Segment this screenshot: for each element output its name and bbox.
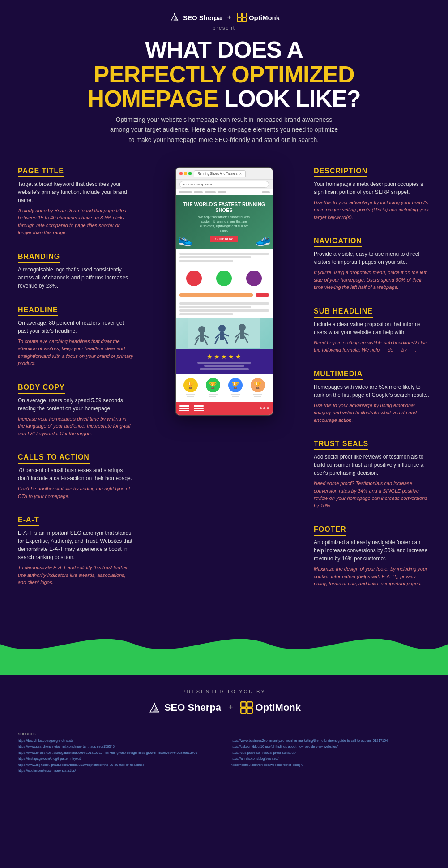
- optimonk-logo: OptiMonk: [237, 13, 280, 22]
- svg-rect-5: [237, 18, 241, 22]
- section-page-title: PAGE TITLE Target a broad keyword that d…: [18, 167, 134, 236]
- trophy-orange: 🏆: [251, 378, 265, 392]
- svg-rect-30: [247, 702, 252, 707]
- browser-dots: [179, 172, 192, 175]
- nav-line-5: [262, 191, 270, 193]
- t-line-6: [232, 396, 239, 397]
- section-footer: FOOTER An optimized and easily navigable…: [314, 525, 430, 588]
- source-link-5[interactable]: https://www.digitaldoughnut.com/articles…: [18, 762, 218, 768]
- main-content: PAGE TITLE Target a broad keyword that d…: [0, 154, 448, 617]
- footer-menu-2: [194, 405, 204, 411]
- circle-green: [216, 271, 232, 286]
- section-desc-cta: 70 percent of small businesses and start…: [18, 466, 134, 482]
- shoe-left-icon: 👟: [178, 232, 193, 247]
- trophy-lines-3: [231, 394, 240, 397]
- hero-subtitle: We help track athletes run faster with c…: [197, 215, 251, 232]
- trophy-lines-4: [253, 394, 262, 397]
- source-link-8[interactable]: https://cxl.com/blog/10-useful-findings-…: [231, 743, 431, 750]
- phone-footer: [176, 402, 273, 415]
- section-title-branding: BRANDING: [18, 253, 60, 263]
- footer-dot-2: [263, 407, 265, 409]
- presented-logos: SEO Sherpa + OptiMonk: [9, 701, 439, 714]
- section-bullet-eat: To demonstrate E-A-T and solidify this t…: [18, 564, 134, 586]
- trophy-yellow: 🏆: [183, 378, 198, 392]
- dot-green: [188, 172, 192, 175]
- hero-title: The World's Fastest Running Shoes: [180, 202, 268, 213]
- phone-body-lines: [179, 253, 269, 262]
- section-title-eat: E-A-T: [18, 516, 39, 526]
- circle-purple: [246, 271, 262, 286]
- footer-line-6: [194, 410, 204, 411]
- svg-rect-15: [220, 331, 224, 340]
- hero-cta-button[interactable]: SHOP NOW: [210, 236, 238, 242]
- svg-rect-6: [242, 18, 246, 22]
- star-2: ★: [214, 353, 220, 360]
- mountain-icon: [168, 13, 181, 22]
- t-line-1: [186, 394, 195, 395]
- phone-image-section: [176, 318, 273, 349]
- tab-close-icon: ×: [239, 172, 242, 176]
- source-link-3[interactable]: https://www.forbes.com/sites/gabrielshao…: [18, 750, 218, 756]
- star-line-1: [197, 362, 251, 364]
- trophy-item-3: 🏆: [228, 378, 243, 397]
- t-line-4: [209, 396, 216, 397]
- source-link-9[interactable]: https://trustpulse.com/social-proof-stat…: [231, 750, 431, 756]
- more-line-1: [179, 302, 269, 305]
- nav-line-3: [205, 191, 216, 193]
- runners-svg: [188, 318, 260, 348]
- dot-yellow: [184, 172, 187, 175]
- more-line-2: [179, 306, 251, 308]
- source-link-6[interactable]: https://optinmonster.com/seo-statistics/: [18, 768, 218, 774]
- more-line-4: [179, 313, 233, 315]
- title-line4: Look Like?: [224, 86, 361, 112]
- section-bullet-sub-headline: Need help in crafting irresistible sub h…: [314, 339, 430, 354]
- section-body-copy: BODY COPY On average, users only spend 5…: [18, 383, 134, 438]
- green-section: [0, 662, 448, 675]
- more-lines-section: [176, 300, 273, 318]
- source-link-2[interactable]: https://www.searchenginejournal.com/impo…: [18, 743, 218, 750]
- section-bullet-headline: To create eye-catching headlines that dr…: [18, 338, 134, 367]
- presented-label: PRESENTED TO YOU BY: [9, 689, 439, 694]
- stars-row: ★ ★ ★ ★ ★: [179, 353, 269, 360]
- presented-seo-text: SEO Sherpa: [164, 702, 221, 713]
- svg-rect-32: [247, 708, 252, 713]
- section-desc-page-title: Target a broad keyword that describes yo…: [18, 180, 134, 204]
- section-branding: BRANDING A recognisable logo that's used…: [18, 253, 134, 290]
- sources-label-right: SOURCES: [231, 732, 431, 736]
- nav-line-1: [179, 191, 192, 193]
- tab-text: Running Shoes And Trainers: [198, 172, 238, 175]
- svg-rect-4: [242, 13, 246, 17]
- source-link-4[interactable]: https://instapage.com/blog/f-pattern-lay…: [18, 756, 218, 762]
- browser-tab: Running Shoes And Trainers ×: [194, 170, 246, 177]
- circle-red: [186, 271, 202, 286]
- source-link-10[interactable]: https://ahrefs.com/blog/seo-seo/: [231, 756, 431, 762]
- sources-section: SOURCES https://backlinko.com/google-ctr…: [0, 727, 448, 787]
- section-desc-sub-headline: Include a clear value proposition that i…: [314, 320, 430, 336]
- section-title-multimedia: MULTIMEDIA: [314, 370, 363, 380]
- section-multimedia: MULTIMEDIA Homepages with video are 53x …: [314, 370, 430, 424]
- trophy-green: 🏆: [206, 378, 220, 392]
- section-bullet-multimedia: Use this to your advantage by using emot…: [314, 402, 430, 424]
- source-link-1[interactable]: https://backlinko.com/google-ctr-stats: [18, 738, 218, 744]
- section-eat: E-A-T E-A-T is an important SEO acronym …: [18, 516, 134, 586]
- section-cta: CALLS TO ACTION 70 percent of small busi…: [18, 453, 134, 500]
- section-bullet-page-title: A study done by Brian Dean found that pa…: [18, 207, 134, 236]
- footer-menus: [179, 405, 204, 411]
- presented-opti-text: OptiMonk: [256, 702, 301, 713]
- section-bullet-cta: Don't be another statistic by adding the…: [18, 485, 134, 500]
- source-link-7[interactable]: https://www.business2community.com/onlin…: [231, 738, 431, 744]
- svg-marker-27: [153, 707, 159, 712]
- section-sub-headline: SUB HEADLINE Include a clear value propo…: [314, 307, 430, 354]
- star-4: ★: [228, 353, 234, 360]
- section-desc-body-copy: On average, users only spend 5.59 second…: [18, 396, 134, 413]
- trophy-item-2: 🏆: [206, 378, 220, 397]
- more-line-3: [179, 309, 269, 312]
- t-line-7: [253, 394, 262, 395]
- footer-dots: [260, 407, 269, 409]
- star-line-3: [200, 368, 249, 370]
- source-link-11[interactable]: https://icons8.com/articles/website-foot…: [231, 762, 431, 768]
- presented-plus: +: [228, 703, 233, 712]
- wave-svg: [0, 626, 448, 662]
- footer-line-1: [179, 405, 189, 407]
- svg-rect-21: [240, 331, 244, 339]
